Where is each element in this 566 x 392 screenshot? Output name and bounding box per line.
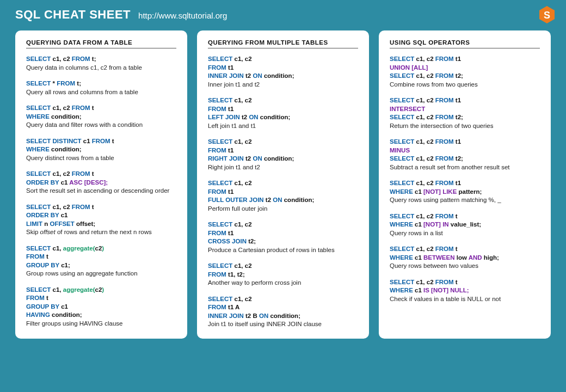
- code-line: FROM t1 A: [208, 303, 358, 312]
- code-line: SELECT c1, c2 FROM t: [26, 170, 176, 179]
- snippet-description: Another way to perform cross join: [208, 279, 358, 287]
- code-line: RIGHT JOIN t2 ON condition;: [208, 155, 358, 163]
- code-line: WHERE c1 [NOT] LIKE pattern;: [390, 188, 540, 197]
- code-line: SELECT c1, aggregate(c2): [26, 244, 176, 253]
- section-title: QUERYING DATA FROM A TABLE: [26, 39, 176, 48]
- code-line: SELECT c1, c2: [208, 138, 358, 146]
- code-line: SELECT c1, c2: [208, 220, 358, 229]
- panel: QUERYING FROM MULTIPLE TABLESSELECT c1, …: [197, 30, 369, 339]
- snippet-description: Query data and filter rows with a condit…: [26, 121, 176, 130]
- code-snippet: SELECT c1, c2 FROM tWHERE condition;Quer…: [26, 104, 176, 130]
- code-line: FROM t1: [208, 229, 358, 238]
- code-snippet: SELECT c1, c2 FROM t1WHERE c1 [NOT] LIKE…: [390, 179, 540, 205]
- code-snippet: SELECT c1, c2 FROM tWHERE c1 BETWEEN low…: [390, 245, 540, 271]
- snippet-description: Left join t1 and t1: [208, 122, 358, 131]
- snippet-description: Filter groups using HAVING clause: [26, 320, 176, 328]
- snippet-description: Check if values in a table is NULL or no…: [390, 295, 540, 304]
- code-line: WHERE c1 BETWEEN low AND high;: [390, 254, 540, 262]
- code-line: FROM t1: [208, 64, 358, 72]
- snippet-description: Skip offset of rows and return the next …: [26, 228, 176, 237]
- snippet-description: Sort the result set in ascending or desc…: [26, 187, 176, 195]
- code-line: GROUP BY c1;: [26, 261, 176, 270]
- snippet-description: Subtract a result set from another resul…: [390, 163, 540, 172]
- code-snippet: SELECT c1, c2FROM t1 AINNER JOIN t2 B ON…: [208, 295, 358, 329]
- code-line: SELECT c1, c2 FROM t1: [390, 138, 540, 146]
- code-line: CROSS JOIN t2;: [208, 237, 358, 246]
- code-line: SELECT c1, c2 FROM t1: [390, 96, 540, 105]
- logo-icon: S: [538, 5, 556, 25]
- code-line: SELECT c1, c2 FROM t: [26, 203, 176, 212]
- code-line: WHERE condition;: [26, 113, 176, 121]
- code-line: FROM t: [26, 294, 176, 303]
- page-title: SQL CHEAT SHEET: [15, 8, 131, 22]
- code-line: SELECT c1, c2 FROM t2;: [390, 155, 540, 163]
- section-title: QUERYING FROM MULTIPLE TABLES: [208, 39, 358, 48]
- code-line: HAVING condition;: [26, 311, 176, 320]
- snippet-description: Produce a Cartesian product of rows in t…: [208, 246, 358, 255]
- code-snippet: SELECT c1, c2 FROM tWHERE c1 IS [NOT] NU…: [390, 278, 540, 304]
- svg-text:S: S: [544, 10, 550, 21]
- code-line: LEFT JOIN t2 ON condition;: [208, 113, 358, 122]
- code-line: SELECT c1, c2: [208, 262, 358, 271]
- snippet-description: Query data in columns c1, c2 from a tabl…: [26, 64, 176, 72]
- code-line: INTERSECT: [390, 105, 540, 114]
- code-line: FROM t1: [208, 146, 358, 155]
- code-snippet: SELECT c1, aggregate(c2)FROM tGROUP BY c…: [26, 244, 176, 278]
- code-line: SELECT * FROM t;: [26, 79, 176, 88]
- code-line: FULL OUTER JOIN t2 ON condition;: [208, 196, 358, 205]
- code-line: FROM t: [26, 253, 176, 261]
- code-line: WHERE c1 [NOT] IN value_list;: [390, 220, 540, 229]
- code-line: SELECT c1, c2 FROM t: [390, 278, 540, 287]
- code-line: SELECT c1, c2 FROM t1: [390, 55, 540, 64]
- code-snippet: SELECT c1, c2 FROM t1MINUSSELECT c1, c2 …: [390, 138, 540, 171]
- snippet-description: Right join t1 and t2: [208, 163, 358, 172]
- snippet-description: Combine rows from two queries: [390, 81, 540, 89]
- code-line: SELECT c1, c2 FROM t2;: [390, 113, 540, 122]
- snippet-description: Query rows between two values: [390, 262, 540, 271]
- site-url: http://www.sqltutorial.org: [138, 11, 227, 20]
- code-snippet: SELECT c1, c2 FROM tORDER BY c1LIMIT n O…: [26, 203, 176, 237]
- code-line: ORDER BY c1 ASC [DESC];: [26, 179, 176, 187]
- code-snippet: SELECT c1, c2 FROM t1INTERSECTSELECT c1,…: [390, 96, 540, 130]
- code-snippet: SELECT c1, c2 FROM tWHERE c1 [NOT] IN va…: [390, 212, 540, 238]
- code-snippet: SELECT c1, aggregate(c2)FROM tGROUP BY c…: [26, 286, 176, 328]
- columns-container: QUERYING DATA FROM A TABLESELECT c1, c2 …: [0, 27, 566, 350]
- panel: QUERYING DATA FROM A TABLESELECT c1, c2 …: [15, 30, 187, 339]
- snippet-description: Query rows using pattern matching %, _: [390, 196, 540, 205]
- code-line: ORDER BY c1: [26, 211, 176, 220]
- code-line: SELECT c1, aggregate(c2): [26, 286, 176, 295]
- snippet-description: Query rows in a list: [390, 229, 540, 238]
- code-line: SELECT c1, c2 FROM t1: [390, 179, 540, 188]
- code-line: SELECT c1, c2: [208, 55, 358, 64]
- code-line: FROM t1: [208, 105, 358, 114]
- code-snippet: SELECT c1, c2FROM t1FULL OUTER JOIN t2 O…: [208, 179, 358, 213]
- code-snippet: SELECT c1, c2 FROM t;Query data in colum…: [26, 55, 176, 72]
- code-line: INNER JOIN t2 B ON condition;: [208, 312, 358, 321]
- snippet-description: Query distinct rows from a table: [26, 154, 176, 163]
- code-snippet: SELECT c1, c2FROM t1LEFT JOIN t2 ON cond…: [208, 96, 358, 130]
- code-line: WHERE condition;: [26, 145, 176, 154]
- code-line: INNER JOIN t2 ON condition;: [208, 72, 358, 81]
- code-line: WHERE c1 IS [NOT] NULL;: [390, 286, 540, 295]
- code-snippet: SELECT * FROM t;Query all rows and colum…: [26, 79, 176, 96]
- code-snippet: SELECT c1, c2 FROM tORDER BY c1 ASC [DES…: [26, 170, 176, 195]
- code-line: SELECT c1, c2: [208, 295, 358, 304]
- code-line: SELECT c1, c2 FROM t;: [26, 55, 176, 64]
- header: SQL CHEAT SHEET http://www.sqltutorial.o…: [0, 0, 566, 27]
- snippet-description: Return the intersection of two queries: [390, 122, 540, 131]
- snippet-description: Query all rows and columns from a table: [26, 88, 176, 97]
- snippet-description: Join t1 to itself using INNER JOIN claus…: [208, 320, 358, 329]
- code-line: LIMIT n OFFSET offset;: [26, 220, 176, 229]
- code-line: SELECT c1, c2 FROM t: [390, 212, 540, 221]
- code-line: SELECT c1, c2 FROM t: [390, 245, 540, 254]
- code-snippet: SELECT c1, c2FROM t1, t2;Another way to …: [208, 262, 358, 287]
- code-line: UNION [ALL]: [390, 64, 540, 72]
- code-snippet: SELECT DISTINCT c1 FROM tWHERE condition…: [26, 137, 176, 163]
- panel: USING SQL OPERATORSSELECT c1, c2 FROM t1…: [379, 30, 551, 339]
- code-snippet: SELECT c1, c2FROM t1INNER JOIN t2 ON con…: [208, 55, 358, 89]
- code-line: SELECT c1, c2 FROM t: [26, 104, 176, 113]
- code-line: SELECT c1, c2: [208, 179, 358, 188]
- snippet-description: Perform full outer join: [208, 205, 358, 213]
- snippet-description: Group rows using an aggregate function: [26, 270, 176, 278]
- section-title: USING SQL OPERATORS: [390, 39, 540, 48]
